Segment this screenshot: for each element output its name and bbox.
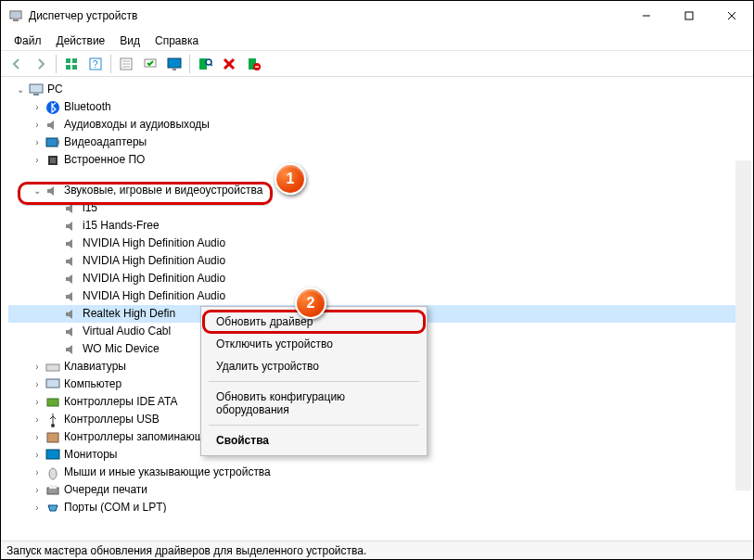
tree-cat-sound[interactable]: ⌄ Звуковые, игровые и видеоустройства — [8, 182, 751, 199]
display-adapter-icon — [45, 135, 60, 150]
svg-rect-37 — [47, 399, 58, 406]
svg-rect-20 — [199, 58, 207, 70]
menu-bar: Файл Действие Вид Справка — [1, 31, 753, 51]
speaker-icon — [64, 201, 79, 216]
bluetooth-icon — [45, 100, 60, 115]
toolbar-scan-icon[interactable] — [194, 53, 216, 75]
status-bar: Запуск мастера обновления драйверов для … — [1, 541, 753, 559]
svg-rect-10 — [72, 65, 77, 70]
chevron-right-icon[interactable]: › — [31, 101, 44, 114]
chevron-down-icon[interactable]: ⌄ — [31, 185, 44, 197]
tree-cat-firmware[interactable]: › Встроенное ПО — [8, 151, 751, 169]
tree-label: Virtual Audio Cabl — [83, 323, 171, 340]
svg-rect-32 — [58, 140, 59, 145]
context-separator — [209, 425, 419, 426]
tree-label: Звуковые, игровые и видеоустройства — [64, 182, 262, 199]
chevron-right-icon[interactable]: › — [31, 119, 44, 132]
menu-help[interactable]: Справка — [149, 32, 204, 48]
toolbar-uninstall-icon[interactable] — [242, 53, 264, 75]
tree-label: Мониторы — [64, 446, 117, 464]
context-disable-device[interactable]: Отключить устройство — [203, 333, 425, 355]
chip-icon — [45, 153, 60, 168]
toolbar-properties-icon[interactable] — [115, 53, 137, 75]
toolbar-update-icon[interactable] — [139, 53, 161, 75]
tree-item-i15hf[interactable]: i15 Hands-Free — [8, 217, 751, 235]
chevron-right-icon[interactable]: › — [31, 414, 44, 426]
svg-rect-42 — [47, 488, 58, 494]
tree-label: Мыши и иные указывающие устройства — [64, 464, 271, 481]
keyboard-icon — [45, 360, 60, 375]
chevron-right-icon[interactable]: › — [31, 396, 44, 409]
tree-item-nvidia2[interactable]: NVIDIA High Definition Audio — [8, 252, 751, 270]
svg-rect-39 — [47, 433, 58, 442]
chevron-right-icon[interactable]: › — [31, 484, 44, 497]
speaker-icon — [64, 342, 79, 357]
tree-label: NVIDIA High Definition Audio — [83, 270, 225, 287]
svg-rect-29 — [33, 94, 39, 95]
maximize-button[interactable] — [668, 1, 710, 31]
svg-rect-34 — [50, 158, 56, 163]
mouse-icon — [45, 465, 60, 480]
tree-cat-mouse[interactable]: ›Мыши и иные указывающие устройства — [8, 464, 751, 481]
minimize-button[interactable] — [625, 1, 668, 31]
device-tree[interactable]: ⌄ PC › Bluetooth › Аудиовходы и аудиовых… — [1, 77, 753, 513]
speaker-icon — [64, 325, 79, 339]
menu-view[interactable]: Вид — [114, 32, 146, 48]
speaker-icon — [64, 254, 79, 269]
svg-rect-18 — [168, 58, 181, 68]
svg-rect-9 — [66, 65, 70, 70]
svg-rect-7 — [66, 58, 70, 63]
tree-cat-video[interactable]: › Видеоадаптеры — [8, 134, 751, 151]
context-scan-hardware[interactable]: Обновить конфигурацию оборудования — [203, 386, 425, 421]
svg-rect-36 — [46, 379, 59, 388]
context-properties[interactable]: Свойства — [203, 429, 425, 452]
tree-label: i15 — [83, 199, 97, 217]
tree-label: Контроллеры IDE ATA — [64, 393, 177, 411]
context-uninstall-device[interactable]: Удалить устройство — [203, 355, 425, 377]
chevron-right-icon[interactable]: › — [31, 154, 44, 167]
svg-rect-43 — [49, 485, 57, 489]
svg-rect-40 — [46, 450, 59, 459]
svg-point-41 — [49, 468, 57, 479]
chevron-right-icon[interactable]: › — [31, 136, 44, 149]
close-button[interactable] — [710, 1, 753, 31]
context-update-driver[interactable]: Обновить драйвер — [203, 311, 425, 333]
chevron-right-icon[interactable]: › — [31, 449, 44, 462]
tree-item-i15[interactable]: i15 — [8, 199, 751, 217]
tree-label: Клавиатуры — [64, 358, 126, 375]
context-separator — [209, 381, 419, 382]
chevron-down-icon[interactable]: ⌄ — [14, 83, 27, 96]
toolbar-detailview-icon[interactable] — [60, 53, 83, 75]
tree-item-nvidia4[interactable]: NVIDIA High Definition Audio — [8, 287, 751, 305]
tree-item-nvidia1[interactable]: NVIDIA High Definition Audio — [8, 235, 751, 252]
menu-action[interactable]: Действие — [51, 32, 111, 48]
tree-cat-audioio[interactable]: › Аудиовходы и аудиовыходы — [8, 116, 751, 134]
svg-rect-19 — [173, 69, 176, 70]
tree-label: Порты (COM и LPT) — [64, 499, 167, 513]
tree-cat-print[interactable]: ›Очереди печати — [8, 481, 751, 499]
toolbar-monitor-icon[interactable] — [163, 53, 185, 75]
tree-root[interactable]: ⌄ PC — [8, 81, 751, 98]
tree-label: Очереди печати — [64, 481, 147, 499]
tree-label: Встроенное ПО — [64, 151, 145, 169]
chevron-right-icon[interactable]: › — [31, 502, 44, 514]
scrollbar[interactable] — [735, 160, 751, 490]
toolbar-help-icon[interactable]: ? — [84, 53, 107, 75]
tree-label: Компьютер — [64, 375, 121, 393]
tree-cat-ports[interactable]: ›Порты (COM и LPT) — [8, 499, 751, 513]
chevron-right-icon[interactable]: › — [31, 378, 44, 391]
tree-item-nvidia3[interactable]: NVIDIA High Definition Audio — [8, 270, 751, 287]
speaker-icon — [45, 118, 60, 133]
chevron-right-icon[interactable]: › — [31, 431, 44, 444]
chevron-right-icon[interactable]: › — [31, 466, 44, 479]
toolbar-back-icon[interactable] — [6, 53, 28, 75]
menu-file[interactable]: Файл — [8, 32, 47, 48]
chevron-right-icon[interactable]: › — [31, 361, 44, 374]
tree-cat-bluetooth[interactable]: › Bluetooth — [8, 98, 751, 116]
svg-point-38 — [51, 424, 55, 427]
toolbar: ? — [1, 51, 753, 77]
computer-icon — [29, 83, 44, 97]
speaker-icon — [64, 307, 79, 322]
toolbar-forward-icon[interactable] — [30, 53, 52, 75]
toolbar-disable-icon[interactable] — [218, 53, 240, 75]
